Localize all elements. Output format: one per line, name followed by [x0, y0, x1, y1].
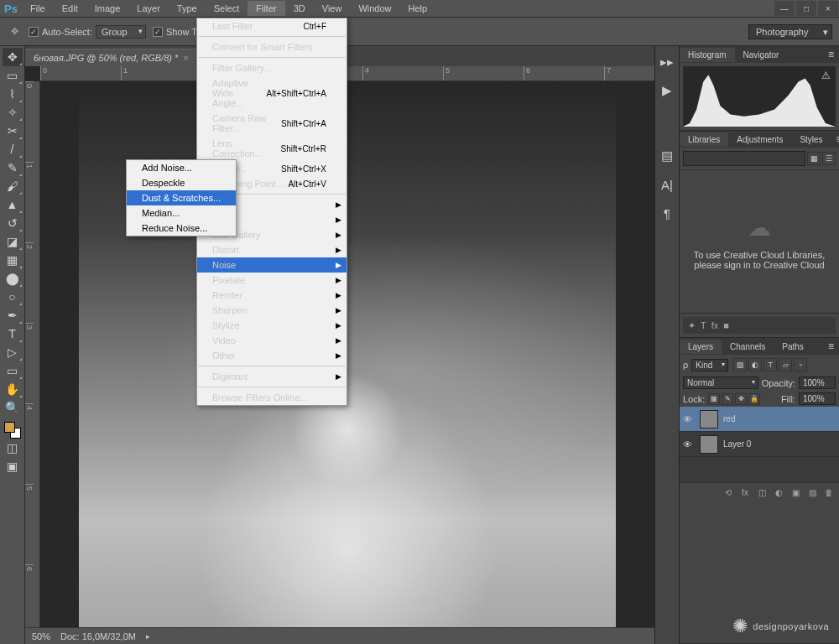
menu-browse-online[interactable]: Browse Filters Online... — [197, 390, 347, 405]
visibility-icon[interactable]: 👁 — [683, 414, 695, 424]
tab-layers[interactable]: Layers — [680, 340, 722, 354]
lock-all-icon[interactable]: 🔒 — [748, 393, 760, 405]
menu-noise[interactable]: Noise▶ — [197, 257, 347, 273]
quick-mask-toggle[interactable]: ◫ — [3, 439, 23, 457]
list-view-icon[interactable]: ☰ — [822, 152, 836, 165]
workspace-selector[interactable]: Photography — [748, 24, 832, 39]
char-style-icon[interactable]: ✦ — [688, 320, 696, 331]
menu-3d[interactable]: 3D — [285, 1, 314, 16]
gradient-tool[interactable]: ▦ — [3, 251, 23, 269]
histogram-warning-icon[interactable]: ⚠ — [821, 70, 831, 81]
type-tool[interactable]: T — [3, 325, 23, 343]
document-tab[interactable]: 6новая.JPG @ 50% (red, RGB/8) * × — [25, 49, 197, 66]
close-icon[interactable]: × — [183, 53, 188, 63]
submenu-despeckle[interactable]: Despeckle — [127, 175, 236, 190]
eyedropper-tool[interactable]: / — [3, 140, 23, 158]
window-minimize-button[interactable]: — — [774, 1, 795, 16]
menu-filter[interactable]: Filter — [248, 1, 284, 16]
layer-row[interactable]: 👁Layer 0 — [680, 432, 839, 457]
submenu-median-[interactable]: Median... — [127, 205, 236, 221]
screen-mode-toggle[interactable]: ▣ — [3, 457, 23, 475]
menu-other[interactable]: Other▶ — [197, 348, 347, 363]
zoom-tool[interactable]: 🔍 — [3, 398, 23, 417]
panel-menu-icon[interactable]: ≡ — [831, 133, 839, 145]
grid-view-icon[interactable]: ▦ — [807, 152, 821, 165]
crop-tool[interactable]: ✂ — [3, 122, 23, 140]
stamp-tool[interactable]: ▲ — [3, 195, 23, 214]
magic-wand-tool[interactable]: ✧ — [3, 103, 23, 122]
tab-libraries[interactable]: Libraries — [680, 132, 728, 147]
layer-filter-kind[interactable]: Kind — [691, 359, 728, 371]
menu-sharpen[interactable]: Sharpen▶ — [197, 303, 347, 318]
move-tool[interactable]: ✥ — [3, 48, 23, 66]
zoom-level[interactable]: 50% — [32, 631, 50, 641]
menu-stylize[interactable]: Stylize▶ — [197, 318, 347, 333]
filter-adj-icon[interactable]: ◐ — [748, 358, 762, 371]
menu-file[interactable]: File — [22, 1, 54, 16]
menu-convert-smart[interactable]: Convert for Smart Filters — [197, 39, 347, 55]
tab-channels[interactable]: Channels — [722, 340, 774, 354]
panel-menu-icon[interactable]: ≡ — [823, 340, 839, 352]
menu-distort[interactable]: Distort▶ — [197, 242, 347, 257]
tab-histogram[interactable]: Histogram — [680, 48, 735, 62]
menu-window[interactable]: Window — [350, 1, 399, 16]
menu-camera-raw[interactable]: Camera Raw Filter...Shift+Ctrl+A — [197, 111, 347, 136]
history-panel-icon[interactable]: ▶ — [657, 78, 677, 103]
path-select-tool[interactable]: ▷ — [3, 343, 23, 361]
char-style-icon[interactable]: T — [701, 320, 706, 330]
window-close-button[interactable]: × — [818, 1, 838, 16]
auto-select-target-dropdown[interactable]: Group — [96, 25, 146, 39]
fill-value[interactable]: 100% — [799, 392, 836, 405]
healing-tool[interactable]: ✎ — [3, 158, 23, 177]
opacity-value[interactable]: 100% — [799, 377, 836, 389]
eraser-tool[interactable]: ◪ — [3, 232, 23, 251]
new-fill-icon[interactable]: ◐ — [772, 486, 785, 498]
char-style-icon[interactable]: fx — [711, 320, 719, 330]
tab-styles[interactable]: Styles — [791, 132, 831, 147]
menu-edit[interactable]: Edit — [54, 1, 86, 16]
link-layers-icon[interactable]: ⟲ — [722, 486, 735, 498]
menu-select[interactable]: Select — [206, 1, 248, 16]
window-maximize-button[interactable]: □ — [796, 1, 816, 16]
character-panel-icon[interactable]: A| — [657, 172, 677, 197]
blur-tool[interactable]: ⬤ — [3, 269, 23, 288]
filter-pixel-icon[interactable]: ▧ — [733, 358, 747, 371]
layer-row[interactable]: 👁red — [680, 407, 839, 432]
tab-paths[interactable]: Paths — [774, 340, 812, 354]
filter-type-icon[interactable]: T — [763, 358, 777, 371]
brush-tool[interactable]: 🖌 — [3, 177, 23, 195]
panel-menu-icon[interactable]: ≡ — [823, 49, 839, 60]
char-style-icon[interactable]: ■ — [723, 320, 729, 330]
menu-render[interactable]: Render▶ — [197, 288, 347, 303]
menu-layer[interactable]: Layer — [128, 1, 169, 16]
visibility-icon[interactable]: 👁 — [683, 439, 695, 449]
shape-tool[interactable]: ▭ — [3, 361, 23, 380]
menu-adaptive-wide[interactable]: Adaptive Wide Angle...Alt+Shift+Ctrl+A — [197, 75, 347, 111]
menu-image[interactable]: Image — [86, 1, 129, 16]
menu-video[interactable]: Video▶ — [197, 333, 347, 348]
delete-layer-icon[interactable]: 🗑 — [822, 486, 836, 498]
lock-pixels-icon[interactable]: ✎ — [722, 393, 733, 405]
color-swatches[interactable] — [4, 422, 21, 439]
history-brush-tool[interactable]: ↺ — [3, 214, 23, 232]
actions-panel-icon[interactable]: ▤ — [657, 143, 677, 169]
menu-type[interactable]: Type — [169, 1, 206, 16]
dodge-tool[interactable]: ○ — [3, 288, 23, 306]
submenu-dust-scratches-[interactable]: Dust & Scratches... — [127, 190, 236, 205]
lasso-tool[interactable]: ⌇ — [3, 85, 23, 103]
filter-shape-icon[interactable]: ▱ — [779, 358, 792, 371]
marquee-tool[interactable]: ▭ — [3, 66, 23, 85]
submenu-reduce-noise-[interactable]: Reduce Noise... — [127, 221, 236, 236]
menu-digimarc[interactable]: Digimarc▶ — [197, 369, 347, 384]
lock-transparency-icon[interactable]: ▦ — [708, 393, 720, 405]
layer-mask-icon[interactable]: ◫ — [755, 486, 769, 498]
show-transform-checkbox[interactable] — [153, 27, 163, 37]
paragraph-panel-icon[interactable]: ¶ — [657, 200, 677, 226]
filter-smart-icon[interactable]: ▫ — [794, 358, 807, 371]
menu-lens-correction[interactable]: Lens Correction...Shift+Ctrl+R — [197, 136, 347, 161]
blend-mode-dropdown[interactable]: Normal — [683, 377, 758, 389]
tab-navigator[interactable]: Navigator — [735, 48, 788, 62]
menu-view[interactable]: View — [314, 1, 351, 16]
layer-thumbnail[interactable] — [700, 410, 718, 428]
new-group-icon[interactable]: ▣ — [789, 486, 802, 498]
